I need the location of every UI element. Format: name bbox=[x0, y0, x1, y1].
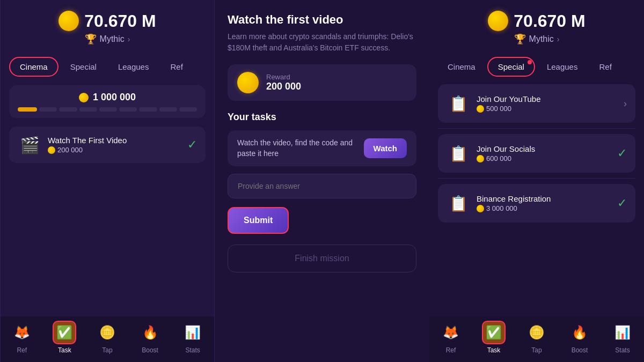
right-nav-task[interactable]: ✅ Task bbox=[482, 321, 506, 354]
tab-leagues[interactable]: Leagues bbox=[108, 57, 159, 77]
reward-box: Reward 200 000 bbox=[228, 64, 416, 101]
progress-filled bbox=[18, 107, 37, 112]
nav-boost-label: Boost bbox=[142, 346, 158, 354]
right-nav-boost[interactable]: 🔥 Boost bbox=[568, 321, 591, 354]
right-nav-ref[interactable]: 🦊 Ref bbox=[439, 321, 463, 354]
tab-special[interactable]: Special bbox=[61, 57, 106, 77]
nav-ref-label: Ref bbox=[17, 346, 27, 354]
nav-tap[interactable]: 🪙 Tap bbox=[96, 321, 119, 354]
task-socials-reward-row: 600 000 bbox=[477, 154, 611, 162]
task-socials-check: ✓ bbox=[617, 146, 627, 160]
progress-empty-1 bbox=[39, 107, 57, 112]
right-tabs: Cinema Special Leagues Ref bbox=[429, 50, 644, 81]
nav-task-label: Task bbox=[58, 346, 71, 354]
nav-tap-label: Tap bbox=[102, 346, 112, 354]
task-youtube-icon: 📋 bbox=[447, 92, 470, 115]
tab-ref[interactable]: Ref bbox=[160, 57, 192, 77]
submit-button[interactable]: Submit bbox=[228, 207, 289, 234]
right-nav-tap[interactable]: 🪙 Tap bbox=[525, 321, 548, 354]
right-tab-cinema[interactable]: Cinema bbox=[438, 57, 485, 77]
task-youtube-coin bbox=[477, 105, 484, 113]
your-tasks-heading: Your tasks bbox=[228, 112, 416, 123]
progress-empty-2 bbox=[59, 107, 77, 112]
task-socials-title: Join Our Socials bbox=[477, 144, 611, 153]
task-binance-reward-row: 3 000 000 bbox=[477, 204, 611, 212]
nav-boost[interactable]: 🔥 Boost bbox=[138, 321, 162, 354]
right-trophy-icon: 🏆 bbox=[514, 33, 526, 45]
reward-label: Reward bbox=[266, 73, 301, 81]
progress-coin-icon bbox=[79, 93, 89, 102]
right-nav-ref-icon: 🦊 bbox=[439, 321, 463, 344]
rank-row[interactable]: 🏆 Mythic › bbox=[85, 33, 130, 45]
left-tabs: Cinema Special Leagues Ref bbox=[1, 50, 214, 81]
answer-input[interactable] bbox=[228, 174, 416, 198]
task-youtube[interactable]: 📋 Join Our YouTube 500 000 › bbox=[438, 84, 635, 123]
task-youtube-reward-row: 500 000 bbox=[477, 105, 617, 113]
tab-cinema[interactable]: Cinema bbox=[9, 57, 58, 77]
right-tab-leagues[interactable]: Leagues bbox=[537, 57, 588, 77]
progress-empty-6 bbox=[139, 107, 157, 112]
balance-amount: 70.670 M bbox=[84, 11, 156, 31]
balance-row: 70.670 M bbox=[58, 11, 156, 31]
divider-1 bbox=[438, 128, 635, 129]
right-rank-row[interactable]: 🏆 Mythic › bbox=[514, 33, 560, 45]
task-youtube-arrow: › bbox=[624, 98, 627, 109]
task-socials[interactable]: 📋 Join Our Socials 600 000 ✓ bbox=[438, 134, 635, 173]
progress-bar bbox=[18, 107, 197, 112]
middle-panel: Watch the first video Learn more about c… bbox=[215, 0, 429, 362]
progress-empty-4 bbox=[99, 107, 117, 112]
task-binance-check: ✓ bbox=[617, 196, 627, 210]
right-nav-stats-label: Stats bbox=[615, 346, 630, 354]
right-rank-chevron: › bbox=[557, 35, 560, 43]
right-tab-special[interactable]: Special bbox=[487, 57, 535, 77]
task-binance-icon: 📋 bbox=[447, 191, 470, 215]
task-watch-first-video[interactable]: 🎬 Watch The First Video 200 000 ✓ bbox=[9, 127, 206, 163]
left-header: 70.670 M 🏆 Mythic › bbox=[1, 0, 214, 50]
right-tab-ref[interactable]: Ref bbox=[589, 57, 621, 77]
task-check-icon: ✓ bbox=[187, 138, 197, 152]
task-info: Watch The First Video 200 000 bbox=[48, 136, 181, 154]
progress-empty-7 bbox=[159, 107, 177, 112]
right-header: 70.670 M 🏆 Mythic › bbox=[429, 0, 644, 50]
reward-coin-icon bbox=[237, 72, 259, 93]
task-socials-coin bbox=[477, 155, 484, 162]
finish-mission-button[interactable]: Finish mission bbox=[228, 245, 416, 272]
task-coin-icon bbox=[48, 146, 55, 154]
right-nav-stats-icon: 📊 bbox=[611, 321, 634, 344]
right-nav-task-icon: ✅ bbox=[482, 321, 506, 344]
task-binance[interactable]: 📋 Binance Registration 3 000 000 ✓ bbox=[438, 184, 635, 223]
special-tab-dot bbox=[528, 60, 532, 64]
left-bottom-nav: 🦊 Ref ✅ Task 🪙 Tap 🔥 Boost 📊 Stats bbox=[1, 316, 214, 362]
task-title: Watch The First Video bbox=[48, 136, 181, 145]
task-socials-icon: 📋 bbox=[447, 142, 470, 165]
nav-stats[interactable]: 📊 Stats bbox=[181, 321, 204, 354]
progress-empty-5 bbox=[119, 107, 137, 112]
watch-button[interactable]: Watch bbox=[364, 138, 407, 158]
right-nav-stats[interactable]: 📊 Stats bbox=[611, 321, 634, 354]
divider-2 bbox=[438, 178, 635, 179]
task-binance-reward: 3 000 000 bbox=[486, 204, 517, 212]
task-socials-info: Join Our Socials 600 000 bbox=[477, 144, 611, 162]
task-reward-row: 200 000 bbox=[48, 146, 181, 154]
progress-amount: 1 000 000 bbox=[93, 92, 136, 103]
left-panel: 70.670 M 🏆 Mythic › Cinema Special Leagu… bbox=[0, 0, 215, 362]
reward-amount: 200 000 bbox=[266, 81, 301, 92]
nav-ref[interactable]: 🦊 Ref bbox=[10, 321, 34, 354]
trophy-icon: 🏆 bbox=[85, 33, 97, 45]
video-description: Learn more about crypto scandals and tri… bbox=[228, 31, 416, 54]
nav-task[interactable]: ✅ Task bbox=[53, 321, 76, 354]
right-balance-amount: 70.670 M bbox=[514, 11, 585, 31]
task-youtube-title: Join Our YouTube bbox=[477, 94, 617, 104]
rank-chevron: › bbox=[128, 35, 130, 43]
right-nav-tap-label: Tap bbox=[531, 346, 541, 354]
right-nav-task-label: Task bbox=[487, 346, 501, 354]
right-coin-icon bbox=[488, 11, 508, 31]
task-binance-coin bbox=[477, 205, 484, 212]
task-video-icon: 🎬 bbox=[18, 133, 41, 157]
rank-label: Mythic bbox=[100, 34, 125, 44]
task-youtube-reward: 500 000 bbox=[486, 105, 511, 113]
right-bottom-nav: 🦊 Ref ✅ Task 🪙 Tap 🔥 Boost 📊 Stats bbox=[429, 316, 644, 362]
right-panel: 70.670 M 🏆 Mythic › Cinema Special Leagu… bbox=[429, 0, 644, 362]
task-reward-amount: 200 000 bbox=[57, 146, 83, 154]
progress-amount-row: 1 000 000 bbox=[18, 92, 197, 103]
